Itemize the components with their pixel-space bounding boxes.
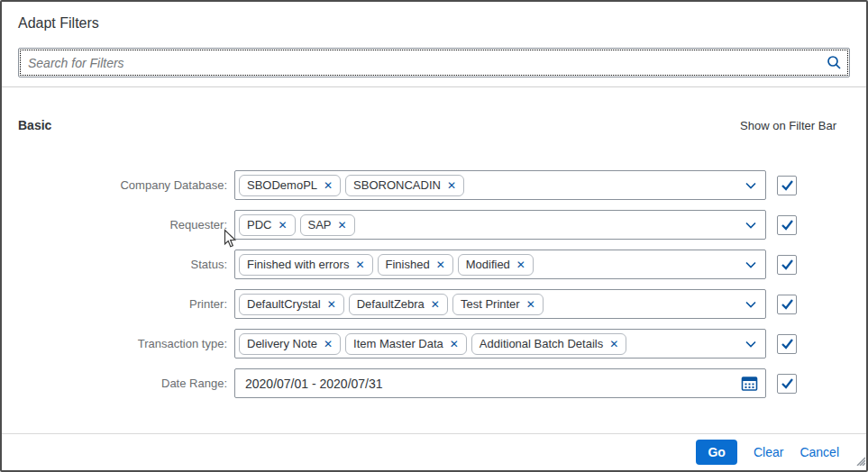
token-remove-icon[interactable]: ✕	[447, 180, 456, 191]
chevron-down-icon[interactable]	[744, 250, 758, 278]
filter-label: Printer:	[18, 297, 234, 311]
token-remove-icon[interactable]: ✕	[431, 299, 440, 310]
token-label: Test Printer	[461, 297, 520, 311]
token[interactable]: Item Master Data ✕	[345, 333, 467, 355]
filter-row-transaction-type: Transaction type: Delivery Note ✕ Item M…	[18, 329, 836, 359]
token-remove-icon[interactable]: ✕	[355, 259, 364, 270]
cancel-button[interactable]: Cancel	[799, 445, 839, 459]
token-remove-icon[interactable]: ✕	[526, 299, 535, 310]
checkbox[interactable]	[777, 215, 797, 235]
token[interactable]: SBODemoPL ✕	[239, 175, 341, 196]
token-remove-icon[interactable]: ✕	[338, 220, 347, 231]
token-label: Additional Batch Details	[480, 337, 603, 350]
checkbox[interactable]	[777, 176, 797, 195]
adapt-filters-dialog: Adapt Filters Basic Show on Filter Bar C…	[0, 0, 868, 472]
token-remove-icon[interactable]: ✕	[324, 339, 333, 349]
token-label: SBODemoPL	[247, 178, 317, 192]
chevron-down-icon[interactable]	[744, 290, 758, 318]
filter-row-date-range: Date Range: 2020/07/01 - 2020/07/31	[18, 368, 836, 398]
search-input-wrapper	[18, 48, 850, 77]
token-label: Finished	[386, 258, 430, 271]
token-label: PDC	[247, 218, 271, 231]
company-database-input[interactable]: SBODemoPL ✕ SBORONCADIN ✕	[234, 170, 766, 200]
token-remove-icon[interactable]: ✕	[450, 339, 459, 349]
checkbox[interactable]	[777, 255, 797, 275]
token-remove-icon[interactable]: ✕	[516, 259, 525, 270]
token-label: SBORONCADIN	[353, 178, 441, 192]
section-header: Basic Show on Filter Bar	[18, 118, 836, 132]
calendar-icon[interactable]	[741, 369, 758, 397]
filter-label: Status:	[18, 258, 234, 271]
token[interactable]: Test Printer ✕	[452, 294, 544, 315]
dialog-title: Adapt Filters	[18, 15, 850, 32]
token-label: Item Master Data	[353, 337, 443, 350]
token[interactable]: Modified ✕	[458, 254, 534, 276]
token-remove-icon[interactable]: ✕	[609, 339, 618, 349]
token[interactable]: SAP ✕	[300, 214, 355, 236]
search-input[interactable]	[19, 56, 818, 70]
token[interactable]: PDC ✕	[239, 214, 296, 236]
token[interactable]: SBORONCADIN ✕	[345, 175, 464, 196]
clear-button[interactable]: Clear	[754, 445, 783, 459]
filter-row-company-database: Company Database: SBODemoPL ✕ SBORONCADI…	[18, 170, 836, 200]
printer-input[interactable]: DefaultCrystal ✕ DefaultZebra ✕ Test Pri…	[234, 289, 766, 319]
filter-row-status: Status: Finished with errors ✕ Finished …	[18, 250, 836, 279]
token-label: Finished with errors	[247, 258, 349, 271]
show-on-filter-bar-label: Show on Filter Bar	[740, 119, 836, 132]
token[interactable]: DefaultZebra ✕	[349, 294, 448, 315]
token[interactable]: DefaultCrystal ✕	[239, 294, 344, 315]
token[interactable]: Delivery Note ✕	[239, 333, 341, 355]
token-remove-icon[interactable]: ✕	[327, 299, 336, 310]
date-range-value: 2020/07/01 - 2020/07/31	[239, 377, 383, 391]
token-label: SAP	[308, 218, 332, 231]
dialog-footer: Go Clear Cancel	[2, 433, 866, 470]
requester-input[interactable]: PDC ✕ SAP ✕	[234, 210, 766, 240]
filter-label: Date Range:	[18, 377, 234, 390]
filter-label: Company Database:	[18, 178, 234, 192]
dialog-header: Adapt Filters	[2, 2, 866, 86]
token-remove-icon[interactable]: ✕	[324, 180, 333, 191]
dialog-content: Basic Show on Filter Bar Company Databas…	[2, 87, 866, 433]
chevron-down-icon[interactable]	[744, 211, 758, 239]
resize-grip[interactable]	[854, 453, 865, 469]
chevron-down-icon[interactable]	[744, 330, 758, 358]
token[interactable]: Finished with errors ✕	[239, 254, 373, 276]
filter-label: Transaction type:	[18, 337, 234, 350]
checkbox[interactable]	[777, 295, 797, 314]
date-range-input[interactable]: 2020/07/01 - 2020/07/31	[234, 368, 766, 398]
status-input[interactable]: Finished with errors ✕ Finished ✕ Modifi…	[234, 250, 766, 279]
section-title: Basic	[18, 118, 51, 132]
token[interactable]: Additional Batch Details ✕	[471, 333, 626, 355]
checkbox[interactable]	[777, 374, 797, 394]
transaction-type-input[interactable]: Delivery Note ✕ Item Master Data ✕ Addit…	[234, 329, 766, 359]
search-icon[interactable]	[818, 55, 849, 70]
token[interactable]: Finished ✕	[378, 254, 453, 276]
chevron-down-icon[interactable]	[744, 171, 758, 199]
token-remove-icon[interactable]: ✕	[278, 220, 287, 231]
filter-row-requester: Requester: PDC ✕ SAP ✕	[18, 210, 836, 240]
filter-label: Requester:	[18, 218, 234, 231]
token-remove-icon[interactable]: ✕	[436, 259, 445, 270]
go-button[interactable]: Go	[696, 440, 736, 465]
token-label: Modified	[466, 258, 510, 271]
token-label: Delivery Note	[247, 337, 317, 350]
token-label: DefaultCrystal	[247, 297, 321, 311]
checkbox[interactable]	[777, 334, 797, 354]
token-label: DefaultZebra	[357, 297, 425, 311]
filter-row-printer: Printer: DefaultCrystal ✕ DefaultZebra ✕…	[18, 289, 836, 319]
